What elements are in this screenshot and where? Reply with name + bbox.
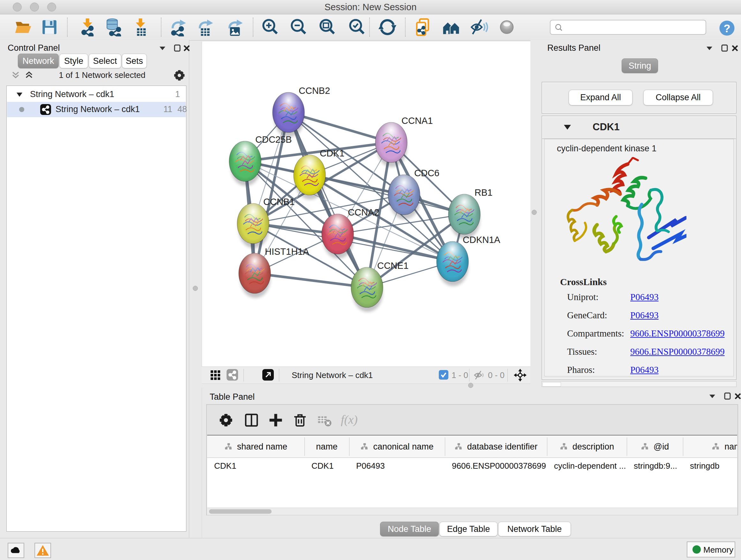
entry-collapse-caret-icon[interactable] — [563, 124, 571, 130]
fit-content-move-icon[interactable] — [514, 369, 527, 381]
tab-sets[interactable]: Sets — [122, 54, 147, 68]
table-panel-close-icon[interactable] — [734, 392, 741, 400]
table-cell[interactable]: stringdb — [690, 461, 737, 471]
network-node-CDC6[interactable]: CDC6 — [388, 168, 440, 219]
network-collection-row[interactable]: String Network – cdk1 1 — [7, 87, 186, 102]
collection-expand-caret-icon[interactable] — [16, 91, 23, 98]
table-horizontal-scrollbar[interactable] — [207, 508, 737, 515]
expand-all-tree-icon[interactable] — [24, 71, 34, 80]
collapse-all-tree-icon[interactable] — [11, 71, 20, 80]
right-divider-grip[interactable] — [532, 210, 537, 215]
open-in-window-icon[interactable] — [262, 369, 274, 381]
cloud-status-button[interactable] — [8, 543, 24, 558]
refresh-icon[interactable] — [378, 18, 397, 37]
results-scrollbar-thumb[interactable] — [542, 382, 561, 387]
crosslink-value[interactable]: P06493 — [630, 310, 659, 320]
tab-edge-table[interactable]: Edge Table — [440, 522, 497, 537]
zoom-out-icon[interactable] — [289, 18, 308, 37]
warning-status-button[interactable] — [35, 543, 51, 558]
network-node-CDKN1A[interactable]: CDKN1A — [436, 235, 500, 286]
table-panel-float-icon[interactable] — [708, 392, 717, 400]
results-panel-float-icon[interactable] — [705, 44, 714, 52]
column-header-description[interactable]: description — [547, 435, 627, 458]
expand-all-button[interactable]: Expand All — [569, 90, 632, 105]
entry-header-row[interactable]: CDK1 — [542, 116, 736, 139]
table-cell[interactable]: CDK1 — [312, 461, 348, 471]
bottom-divider-grip[interactable] — [468, 383, 473, 388]
add-column-icon[interactable] — [268, 413, 283, 428]
column-header-namespace[interactable]: namespace — [683, 435, 737, 458]
copy-icon[interactable] — [414, 18, 432, 37]
network-row-selected[interactable]: String Network – cdk1 11 48 — [7, 102, 186, 117]
hide-selected-icon[interactable] — [470, 18, 488, 37]
crosslink-value[interactable]: P06493 — [630, 365, 659, 375]
open-session-icon[interactable] — [14, 18, 32, 37]
table-settings-gear-icon[interactable] — [218, 413, 233, 428]
network-node-CDC25B[interactable]: CDC25B — [229, 134, 292, 186]
tab-string[interactable]: String — [622, 58, 658, 73]
clear-table-icon[interactable] — [317, 413, 332, 428]
results-panel-close-icon[interactable] — [731, 44, 739, 52]
new-table-icon[interactable] — [196, 18, 215, 37]
crosslink-value[interactable]: P06493 — [630, 292, 659, 302]
network-node-CCNB1[interactable]: CCNB1 — [237, 197, 294, 248]
svg-text:?: ? — [724, 22, 730, 35]
save-session-icon[interactable] — [40, 18, 59, 37]
collapse-all-button[interactable]: Collapse All — [643, 90, 713, 105]
tab-node-table[interactable]: Node Table — [380, 522, 439, 537]
show-columns-icon[interactable] — [244, 413, 259, 428]
table-cell[interactable]: P06493 — [356, 461, 444, 471]
table-cell[interactable]: CDK1 — [214, 461, 303, 471]
control-panel-float-icon[interactable] — [158, 44, 166, 52]
network-node-HIST1H1A[interactable]: HIST1H1A — [239, 246, 309, 298]
zoom-selected-icon[interactable] — [347, 18, 366, 37]
table-panel-maximize-icon[interactable] — [724, 392, 732, 400]
zoom-fit-icon[interactable] — [318, 18, 336, 37]
import-network-database-icon[interactable] — [105, 18, 123, 37]
import-table-file-icon[interactable] — [132, 18, 150, 37]
export-image-icon[interactable] — [226, 18, 245, 37]
control-panel-close-icon[interactable] — [183, 44, 191, 52]
network-node-RB1[interactable]: RB1 — [448, 187, 492, 239]
control-panel-maximize-icon[interactable] — [173, 44, 182, 52]
crosslink-value[interactable]: 9606.ENSP00000378699 — [630, 328, 725, 339]
scrollbar-thumb[interactable] — [209, 509, 272, 514]
column-header-databaseidentifier[interactable]: database identifier — [445, 435, 547, 458]
network-node-CCNB2[interactable]: CCNB2 — [273, 85, 330, 137]
column-header-canonicalname[interactable]: canonical name — [349, 435, 445, 458]
selected-nodes-checkbox[interactable] — [439, 370, 448, 380]
tab-style[interactable]: Style — [59, 54, 88, 68]
network-share-icon[interactable] — [226, 369, 238, 381]
show-all-icon[interactable] — [497, 18, 516, 37]
network-node-CCNE1[interactable]: CCNE1 — [351, 260, 408, 312]
table-cell[interactable]: 9606.ENSP00000378699 — [452, 461, 546, 471]
results-panel-maximize-icon[interactable] — [721, 44, 729, 52]
network-view[interactable]: CCNB2CCNA1CDC25BCDK1CDC6RB1CCNB1CCNA2CDK… — [202, 42, 531, 367]
network-options-gear-icon[interactable] — [173, 69, 186, 82]
birdseye-grid-icon[interactable] — [210, 370, 221, 381]
column-header-name[interactable]: name — [305, 435, 349, 458]
table-cell[interactable]: stringdb:9... — [634, 461, 682, 471]
first-neighbors-icon[interactable] — [442, 18, 461, 37]
column-header-id[interactable]: @id — [627, 435, 683, 458]
new-network-icon[interactable] — [169, 18, 188, 37]
table-cell[interactable]: cyclin-dependent ... — [554, 461, 625, 471]
delete-column-icon[interactable] — [292, 413, 308, 428]
tab-network[interactable]: Network — [18, 54, 59, 68]
left-divider-grip[interactable] — [193, 286, 198, 291]
search-input[interactable] — [550, 20, 706, 35]
column-header-sharedname[interactable]: shared name — [207, 435, 305, 458]
network-edge-HIST1H1A-CCNE1[interactable] — [255, 273, 367, 287]
tab-network-table[interactable]: Network Table — [498, 522, 571, 537]
hidden-eye-icon[interactable] — [473, 370, 485, 381]
zoom-in-icon[interactable] — [261, 18, 279, 37]
network-edge-CCNB2-CCNE1[interactable] — [288, 112, 367, 287]
tab-select[interactable]: Select — [89, 54, 121, 68]
memory-button[interactable]: Memory — [687, 542, 735, 557]
import-network-file-icon[interactable] — [79, 18, 97, 37]
results-horizontal-scrollbar[interactable] — [542, 381, 737, 387]
help-icon[interactable]: ? — [718, 19, 736, 37]
network-node-CCNA1[interactable]: CCNA1 — [375, 116, 433, 167]
function-builder-icon[interactable]: f(x) — [341, 413, 358, 427]
crosslink-value[interactable]: 9606.ENSP00000378699 — [630, 347, 725, 357]
